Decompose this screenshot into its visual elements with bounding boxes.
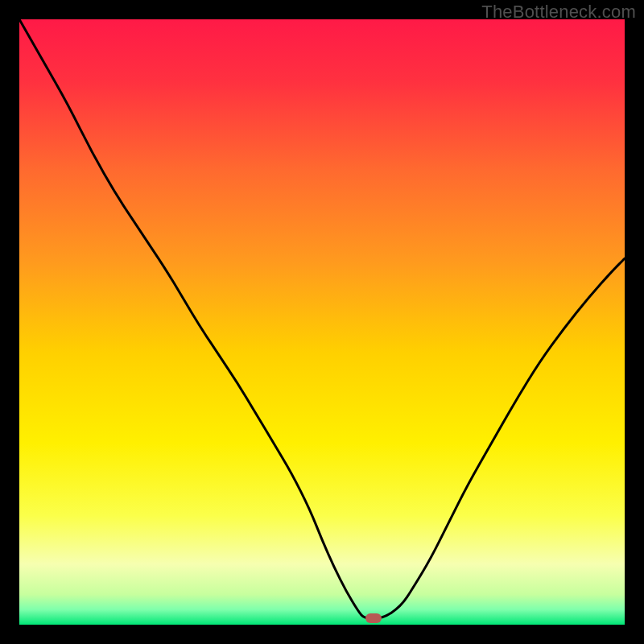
minimum-marker: [365, 613, 382, 623]
watermark-text: TheBottleneck.com: [481, 2, 636, 23]
plot-area: [19, 19, 625, 625]
bottleneck-curve: [19, 19, 625, 625]
chart-frame: TheBottleneck.com: [0, 0, 644, 644]
